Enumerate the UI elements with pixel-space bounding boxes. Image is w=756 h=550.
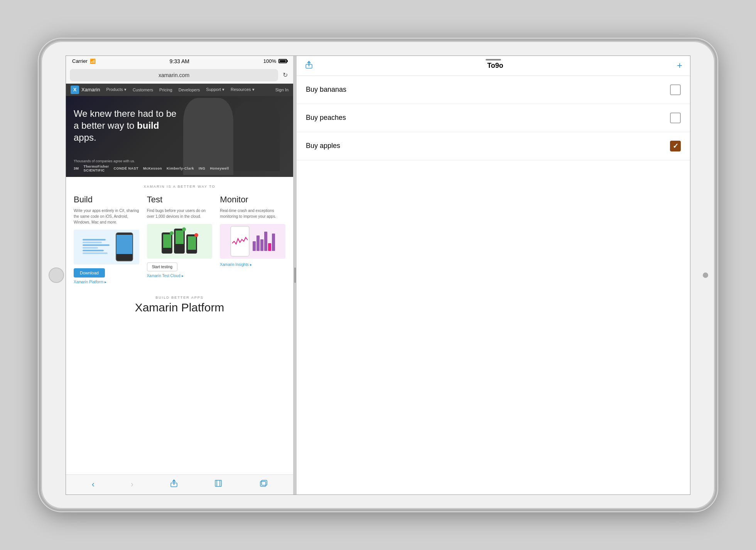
feature-test-image (147, 224, 213, 259)
hero-text: We knew there had to be a better way to … (74, 108, 182, 144)
bar-2 (256, 235, 260, 251)
reload-button[interactable]: ↻ (281, 70, 289, 80)
xamarin-logo-x: X (71, 86, 79, 94)
bar-4 (264, 232, 267, 251)
forward-button[interactable]: › (128, 478, 137, 491)
address-bar-row: xamarin.com ↻ (66, 67, 293, 84)
app-share-icon (304, 60, 314, 69)
safari-panel: Carrier 📶 9:33 AM 100% xamarin.com ↻ (66, 56, 294, 494)
hero-title: We knew there had to be a better way to … (74, 108, 182, 144)
nav-developers[interactable]: Developers (179, 87, 200, 92)
feature-test: Test Find bugs before your users do on o… (147, 195, 213, 284)
app-drag-handle (486, 59, 501, 61)
test-badge-red (194, 233, 198, 237)
hero-brands: Thousands of companies agree with us. 3M… (66, 159, 293, 172)
svg-rect-6 (262, 480, 267, 485)
status-right: 100% (263, 58, 287, 64)
phone-mockup-build (116, 232, 133, 261)
brands-list: 3M ThermoFisherSCIENTIFIC CONDÉ NAST McK… (74, 165, 285, 172)
add-todo-button[interactable]: + (677, 60, 682, 71)
xamarin-insights-link[interactable]: Xamarin Insights ▸ (220, 262, 285, 267)
chart-bars (253, 232, 275, 251)
nav-resources[interactable]: Resources ▾ (231, 87, 255, 92)
checkbox-apples[interactable] (670, 141, 681, 151)
status-left: Carrier 📶 (72, 58, 96, 64)
monitor-chart (227, 224, 278, 259)
xamarin-navbar: X Xamarin Products ▾ Customers Pricing D… (66, 84, 293, 96)
app-share-button[interactable] (304, 60, 314, 71)
feature-monitor: Monitor Real-time crash and exceptions m… (220, 195, 285, 284)
nav-signin[interactable]: Sign In (275, 87, 289, 92)
code-mockup (79, 236, 113, 258)
feature-build-title: Build (74, 195, 139, 205)
wave-chart (232, 235, 248, 247)
feature-monitor-desc: Real-time crash and exceptions monitorin… (220, 208, 285, 219)
download-button[interactable]: Download (74, 268, 105, 278)
split-divider[interactable] (294, 56, 297, 494)
test-device-screen-3 (188, 236, 196, 250)
checkbox-bananas[interactable] (670, 84, 681, 95)
back-button[interactable]: ‹ (89, 478, 98, 491)
test-device-body-2 (174, 229, 185, 254)
feature-build: Build Write your apps entirely in C#, sh… (74, 195, 139, 284)
xamarin-logo-text: Xamarin (81, 87, 100, 93)
tabs-button[interactable] (256, 478, 270, 491)
battery-label: 100% (263, 58, 276, 64)
test-device-screen-1 (163, 234, 171, 248)
section-tagline: XAMARIN IS A BETTER WAY TO (74, 185, 285, 188)
todo-list: Buy bananas Buy peaches Buy apples (297, 76, 690, 494)
feature-build-image (74, 230, 139, 264)
test-badge-green-2 (182, 227, 186, 231)
xamarin-logo: X Xamarin (71, 86, 100, 94)
feature-build-desc: Write your apps entirely in C#, sharing … (74, 208, 139, 225)
nav-support[interactable]: Support ▾ (206, 87, 224, 92)
test-device-screen-2 (176, 230, 184, 244)
checkbox-peaches[interactable] (670, 113, 681, 123)
status-bar: Carrier 📶 9:33 AM 100% (66, 56, 293, 67)
url-text: xamarin.com (159, 72, 189, 78)
brand-conde-nast: CONDÉ NAST (114, 167, 139, 170)
test-device-body-1 (162, 232, 172, 254)
phone-screen (116, 235, 132, 254)
app-title: To9o (487, 62, 503, 70)
todo-label-peaches: Buy peaches (306, 114, 346, 122)
nav-customers[interactable]: Customers (133, 87, 153, 92)
feature-test-desc: Find bugs before your users do on over 1… (147, 208, 213, 219)
side-button (703, 272, 708, 278)
todo-label-bananas: Buy bananas (306, 86, 346, 94)
platform-title: Xamarin Platform (74, 301, 285, 314)
battery-fill (280, 60, 286, 62)
ipad-screen: Carrier 📶 9:33 AM 100% xamarin.com ↻ (66, 56, 690, 495)
webpage-content: X Xamarin Products ▾ Customers Pricing D… (66, 84, 293, 474)
brands-label: Thousands of companies agree with us. (74, 159, 285, 163)
test-device-3 (186, 234, 197, 254)
brand-ing: ING (199, 167, 206, 170)
test-device-1 (162, 232, 172, 254)
todo-item-bananas: Buy bananas (297, 76, 690, 104)
bookmarks-icon (214, 479, 223, 488)
tabs-icon (259, 479, 267, 488)
build-platform-section: BUILD BETTER APPS Xamarin Platform (74, 296, 285, 314)
build-tagline: BUILD BETTER APPS (74, 296, 285, 299)
share-icon-safari (170, 479, 178, 488)
nav-pricing[interactable]: Pricing (159, 87, 172, 92)
share-button-safari[interactable] (167, 478, 181, 491)
divider-handle (294, 267, 296, 283)
start-testing-button[interactable]: Start testing (147, 262, 177, 271)
features-grid: Build Write your apps entirely in C#, sh… (74, 195, 285, 284)
feature-monitor-title: Monitor (220, 195, 285, 205)
url-bar[interactable]: xamarin.com (70, 69, 278, 81)
nav-products[interactable]: Products ▾ (106, 87, 126, 92)
bookmarks-button[interactable] (211, 478, 226, 491)
todo-label-apples: Buy apples (306, 142, 340, 150)
battery-icon (278, 59, 287, 63)
xamarin-platform-link[interactable]: Xamarin Platform ▸ (74, 280, 139, 284)
xamarin-test-cloud-link[interactable]: Xamarin Test Cloud ▸ (147, 274, 213, 278)
hero-section: We knew there had to be a better way to … (66, 96, 293, 177)
lower-content: XAMARIN IS A BETTER WAY TO Build Write y… (66, 177, 293, 474)
bar-5 (268, 243, 271, 251)
logo-letter: X (73, 87, 77, 93)
time-display: 9:33 AM (170, 58, 189, 64)
feature-test-title: Test (147, 195, 213, 205)
svg-rect-2 (215, 480, 221, 486)
